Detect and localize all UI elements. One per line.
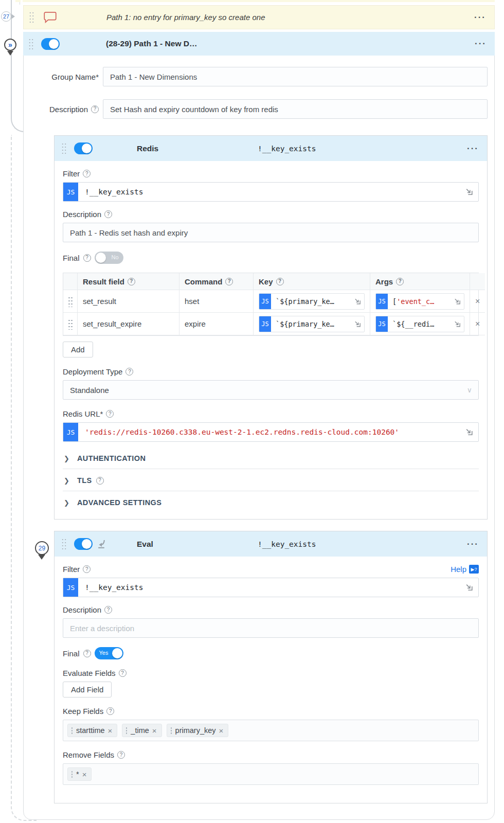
- expand-editor-icon[interactable]: [354, 297, 362, 305]
- keep-fields-input[interactable]: starttime × _time × primary_key ×: [63, 720, 479, 741]
- remove-tag-icon[interactable]: ×: [152, 726, 157, 735]
- result-field-cell[interactable]: set_result: [78, 290, 179, 313]
- remove-tag-icon[interactable]: ×: [108, 726, 113, 735]
- section-advanced-settings[interactable]: ❯ ADVANCED SETTINGS: [63, 491, 479, 513]
- col-result-field: Result field ?: [78, 273, 179, 290]
- drag-handle[interactable]: [28, 38, 34, 50]
- help-tooltip-icon[interactable]: ?: [104, 606, 112, 614]
- final-toggle[interactable]: No: [95, 252, 123, 264]
- args-js-input[interactable]: JS ['event_c…: [375, 293, 464, 310]
- redis-filter-input[interactable]: JS !__key_exists: [63, 182, 479, 202]
- deployment-type-label: Deployment Type ?: [63, 367, 479, 376]
- key-js-input[interactable]: JS `${primary_ke…: [259, 293, 365, 310]
- help-tooltip-icon[interactable]: ?: [119, 669, 127, 677]
- help-tooltip-icon[interactable]: ?: [96, 477, 104, 485]
- tag-drag-handle[interactable]: [170, 727, 172, 734]
- redis-header[interactable]: Redis !__key_exists ···: [55, 136, 487, 161]
- redis-url-label: Redis URL* ?: [63, 409, 479, 418]
- deployment-type-select[interactable]: Standalone ∨: [63, 380, 479, 400]
- pipeline-editor: 27 » 29 Path 1: no entry for primary_key…: [0, 0, 504, 823]
- help-tooltip-icon[interactable]: ?: [106, 707, 114, 715]
- redis-enabled-toggle[interactable]: [74, 142, 93, 154]
- eval-more-button[interactable]: ···: [467, 539, 479, 549]
- section-tls[interactable]: ❯ TLS ?: [63, 469, 479, 491]
- help-tooltip-icon[interactable]: ?: [106, 410, 114, 418]
- expand-editor-icon[interactable]: [465, 583, 474, 592]
- expand-editor-icon[interactable]: [465, 428, 474, 437]
- row-drag-handle[interactable]: [63, 313, 78, 335]
- help-tooltip-icon[interactable]: ?: [128, 278, 135, 285]
- section-authentication[interactable]: ❯ AUTHENTICATION: [63, 447, 479, 469]
- group-description-input[interactable]: [103, 99, 488, 119]
- help-tooltip-icon[interactable]: ?: [125, 368, 133, 375]
- help-tooltip-icon[interactable]: ?: [83, 650, 91, 657]
- help-tooltip-icon[interactable]: ?: [83, 170, 91, 177]
- drag-handle[interactable]: [61, 142, 67, 155]
- help-link[interactable]: Help ▶?: [451, 565, 479, 574]
- remove-fields-input[interactable]: * ×: [63, 763, 479, 785]
- eval-enabled-toggle[interactable]: [74, 538, 93, 550]
- delete-row-icon[interactable]: ×: [470, 290, 485, 313]
- chevron-right-icon: ❯: [64, 477, 69, 485]
- group-enabled-toggle[interactable]: [41, 38, 60, 50]
- help-tooltip-icon[interactable]: ?: [91, 105, 99, 113]
- command-cell[interactable]: expire: [179, 313, 254, 335]
- eval-description-input[interactable]: [63, 618, 479, 638]
- field-tag[interactable]: _time ×: [122, 724, 161, 737]
- key-js-input[interactable]: JS `${primary_ke…: [259, 316, 365, 332]
- final-toggle[interactable]: Yes: [95, 647, 123, 659]
- group-description-label: Description ?: [23, 99, 99, 119]
- tag-drag-handle[interactable]: [125, 727, 128, 734]
- field-tag[interactable]: primary_key ×: [167, 724, 229, 737]
- skip-pin-pointer: [7, 51, 13, 56]
- expand-editor-icon[interactable]: [465, 188, 474, 196]
- group-name-input[interactable]: [103, 67, 488, 86]
- help-panel-icon[interactable]: ▶?: [469, 565, 479, 574]
- result-field-cell[interactable]: set_result_expire: [78, 313, 179, 335]
- help-tooltip-icon[interactable]: ?: [83, 254, 91, 262]
- group-header[interactable]: (28-29) Path 1 - New D… ···: [23, 32, 495, 56]
- remove-tag-icon[interactable]: ×: [82, 770, 87, 779]
- group-title: (28-29) Path 1 - New D…: [106, 39, 197, 48]
- group-more-button[interactable]: ···: [475, 39, 487, 49]
- drag-handle[interactable]: [61, 538, 67, 550]
- args-js-input[interactable]: JS `${__redi…: [375, 316, 464, 332]
- tag-drag-handle[interactable]: [71, 727, 73, 734]
- command-cell[interactable]: hset: [179, 290, 254, 313]
- help-tooltip-icon[interactable]: ?: [117, 751, 125, 759]
- help-tooltip-icon[interactable]: ?: [83, 565, 91, 573]
- step-number-badge-27[interactable]: 27: [1, 11, 11, 22]
- eval-filter-input[interactable]: JS !__key_exists: [63, 578, 479, 597]
- expand-editor-icon[interactable]: [354, 320, 362, 328]
- add-row-button[interactable]: Add: [63, 342, 93, 357]
- redis-description-input[interactable]: [63, 223, 479, 242]
- col-command: Command ?: [179, 273, 254, 290]
- field-tag[interactable]: starttime ×: [67, 724, 117, 737]
- delete-row-icon[interactable]: ×: [470, 313, 485, 335]
- step-number-pin-29[interactable]: 29: [35, 541, 49, 555]
- row-drag-handle[interactable]: [63, 290, 78, 313]
- function-card-redis: Redis !__key_exists ··· Filter ? JS !__k…: [54, 135, 488, 520]
- skip-group-pin[interactable]: »: [4, 39, 16, 51]
- redis-url-input[interactable]: JS 'redis://redis-10260.c338.eu-west-2-1…: [63, 422, 479, 442]
- comment-row[interactable]: Path 1: no entry for primary_key so crea…: [23, 5, 495, 29]
- expand-editor-icon[interactable]: [454, 297, 461, 305]
- comment-more-button[interactable]: ···: [474, 12, 486, 23]
- js-badge: JS: [376, 316, 388, 332]
- field-tag[interactable]: * ×: [67, 767, 92, 781]
- eval-header[interactable]: Eval !__key_exists ···: [55, 531, 487, 557]
- redis-more-button[interactable]: ···: [467, 144, 479, 154]
- help-tooltip-icon[interactable]: ?: [104, 210, 112, 218]
- expand-editor-icon[interactable]: [454, 320, 461, 328]
- group-name-label: Group Name*: [23, 67, 99, 86]
- add-field-button[interactable]: Add Field: [63, 682, 112, 697]
- remove-tag-icon[interactable]: ×: [219, 726, 224, 735]
- drag-handle[interactable]: [29, 11, 34, 24]
- help-tooltip-icon[interactable]: ?: [225, 278, 233, 285]
- eval-filter-preview: !__key_exists: [258, 540, 316, 548]
- redis-filter-preview: !__key_exists: [258, 145, 316, 153]
- help-tooltip-icon[interactable]: ?: [276, 278, 284, 285]
- pin-29-pointer: [38, 554, 45, 560]
- help-tooltip-icon[interactable]: ?: [396, 278, 404, 285]
- tag-drag-handle[interactable]: [71, 771, 73, 778]
